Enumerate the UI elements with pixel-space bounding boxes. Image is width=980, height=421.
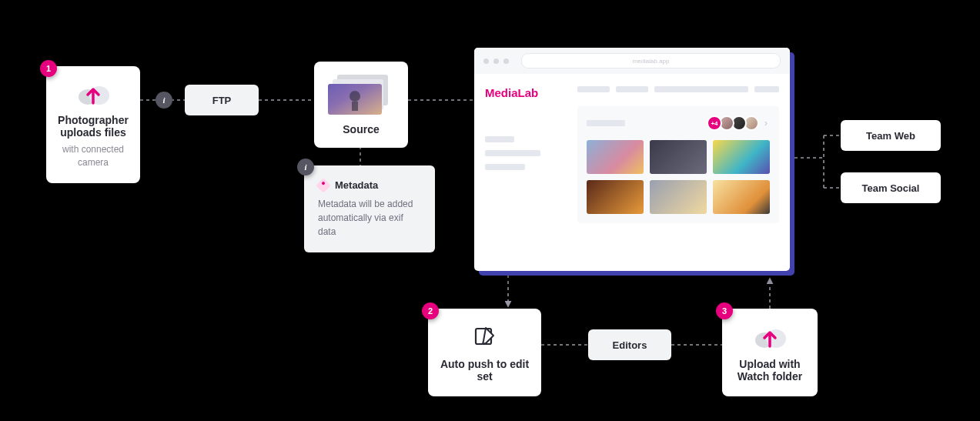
step-badge-3: 3 (716, 302, 733, 319)
card-source: Source (314, 62, 408, 148)
card-metadata: Metadata Metadata will be added automati… (304, 165, 435, 252)
info-badge-metadata: i (297, 159, 314, 175)
node-team-social-label: Team Social (862, 182, 920, 194)
node-editors-label: Editors (613, 339, 647, 351)
avatar-overflow-badge: +4 (707, 115, 722, 131)
card-photographer: Photographer uploads files with connecte… (46, 66, 140, 183)
card-metadata-title: Metadata (335, 179, 378, 191)
app-sidebar: MediaLab (474, 74, 567, 271)
sidebar-ghost-line (485, 164, 525, 170)
upload-cloud-icon (730, 321, 810, 352)
thumbnail (713, 140, 770, 174)
avatar-stack: +4 › (707, 115, 770, 131)
step-badge-2: 2 (422, 302, 439, 319)
svg-rect-18 (352, 102, 358, 111)
node-editors: Editors (588, 329, 671, 360)
card-photographer-title: Photographer uploads files (54, 114, 132, 139)
window-dot (503, 58, 509, 64)
window-dot (483, 58, 489, 64)
panel-title-ghost (587, 120, 625, 126)
card-upload-watch-title: Upload with Watch folder (730, 358, 810, 383)
source-photo-stack-icon (325, 72, 397, 117)
thumbnail-grid (587, 140, 770, 214)
card-metadata-body: Metadata will be added automatically via… (318, 197, 421, 239)
app-topnav-ghosts (577, 86, 779, 92)
thumbnail (587, 180, 644, 214)
edit-icon (436, 321, 533, 352)
card-autopush: Auto push to edit set (428, 309, 541, 396)
url-text: medialab.app (632, 58, 669, 65)
app-window: medialab.app MediaLab (474, 48, 790, 271)
card-upload-watch: Upload with Watch folder (722, 309, 818, 396)
url-bar: medialab.app (521, 53, 781, 68)
app-gallery-panel: +4 › (577, 106, 779, 223)
node-team-social: Team Social (841, 172, 941, 203)
thumbnail (587, 140, 644, 174)
node-ftp: FTP (185, 85, 259, 115)
info-badge-ftp: i (156, 92, 172, 109)
tag-icon (316, 178, 331, 193)
app-titlebar: medialab.app (474, 48, 790, 74)
app-main: +4 › (567, 74, 790, 271)
sidebar-ghost-line (485, 150, 540, 156)
thumbnail (713, 180, 770, 214)
card-source-title: Source (325, 123, 397, 135)
step-badge-1: 1 (40, 60, 57, 77)
node-ftp-label: FTP (212, 95, 232, 106)
app-brand: MediaLab (485, 86, 556, 99)
upload-cloud-icon (54, 80, 132, 106)
node-team-web: Team Web (841, 120, 941, 151)
window-dot (493, 58, 499, 64)
thumbnail (650, 140, 707, 174)
card-photographer-sub: with connected camera (54, 143, 132, 169)
card-autopush-title: Auto push to edit set (436, 358, 533, 383)
thumbnail (650, 180, 707, 214)
node-team-web-label: Team Web (866, 130, 915, 142)
sidebar-ghost-line (485, 136, 514, 142)
svg-point-17 (350, 91, 360, 102)
chevron-right-icon: › (762, 119, 770, 127)
diagram-stage: Photographer uploads files with connecte… (0, 0, 980, 421)
